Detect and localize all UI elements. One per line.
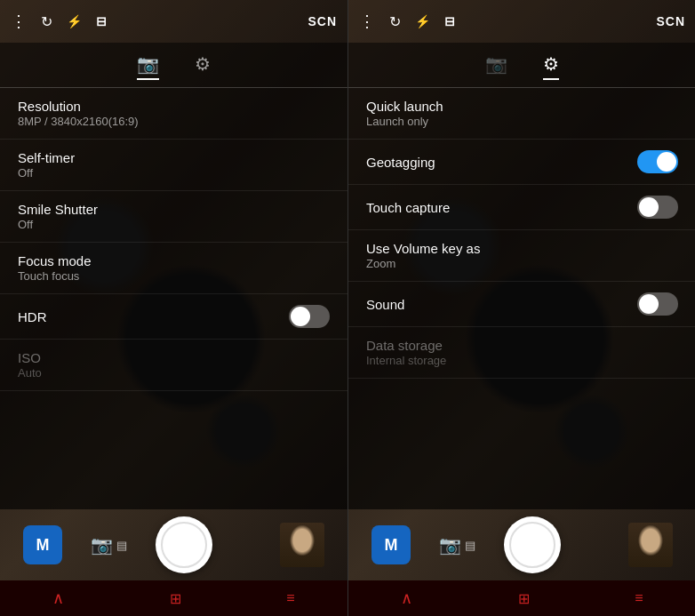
smile-shutter-item[interactable]: Smile Shutter Off <box>0 191 348 243</box>
self-timer-item[interactable]: Self-timer Off <box>0 140 348 191</box>
iso-label: ISO <box>18 350 42 365</box>
iso-item[interactable]: ISO Auto <box>0 340 348 391</box>
settings-overlay-right: 📷 ⚙ Quick launch Launch only Geotagging <box>348 43 695 509</box>
scn-label-left[interactable]: SCN <box>308 14 337 28</box>
back-button-right[interactable]: ∧ <box>401 588 412 608</box>
shutter-button-right[interactable] <box>504 516 561 573</box>
mode-button-right[interactable]: M <box>371 525 411 564</box>
settings-list-left: Resolution 8MP / 3840x2160(16:9) Self-ti… <box>0 88 348 391</box>
shutter-inner-left <box>161 522 207 568</box>
settings-overlay-left: 📷 ⚙ Resolution 8MP / 3840x2160(16:9) Sel… <box>0 43 348 509</box>
shutter-button-left[interactable] <box>156 516 212 573</box>
hdr-item: HDR <box>0 294 348 340</box>
sound-label: Sound <box>366 297 404 312</box>
resolution-label: Resolution <box>18 99 139 114</box>
thumbnail-image-left <box>280 523 324 567</box>
camera-controls-left: M 📷 ▤ <box>0 509 348 580</box>
thumbnail-left[interactable] <box>280 523 324 567</box>
camera-controls-right: M 📷 ▤ <box>348 509 695 580</box>
self-timer-label: Self-timer <box>18 150 75 165</box>
smile-shutter-label: Smile Shutter <box>18 202 98 217</box>
volume-key-label: Use Volume key as <box>366 241 480 256</box>
resolution-item[interactable]: Resolution 8MP / 3840x2160(16:9) <box>0 88 348 140</box>
recents-button-right[interactable]: ≡ <box>635 590 643 606</box>
more-options-icon[interactable]: ⋮ <box>11 12 27 31</box>
smile-shutter-value: Off <box>18 218 98 231</box>
quick-launch-item[interactable]: Quick launch Launch only <box>348 88 695 140</box>
quick-launch-value: Launch only <box>366 115 443 128</box>
data-storage-value: Internal storage <box>366 354 446 367</box>
thumbnail-right[interactable] <box>628 523 673 567</box>
flash-icon[interactable]: ⚡ <box>67 14 82 28</box>
back-button-left[interactable]: ∧ <box>52 588 64 608</box>
resolution-value: 8MP / 3840x2160(16:9) <box>18 115 139 128</box>
camera-switch-left[interactable]: 📷 ▤ <box>91 534 127 556</box>
iso-value: Auto <box>18 366 42 380</box>
shutter-inner-right <box>509 522 555 568</box>
mode-button-left[interactable]: M <box>23 525 62 564</box>
geotagging-toggle-knob <box>657 152 676 172</box>
recents-button-left[interactable]: ≡ <box>286 590 294 606</box>
video-switch-icon: ▤ <box>116 539 127 552</box>
top-bar-icons-left: ⋮ ↻ ⚡ ⊟ <box>11 12 107 31</box>
sound-toggle[interactable] <box>637 292 678 316</box>
touch-capture-label: Touch capture <box>366 200 450 215</box>
data-storage-item[interactable]: Data storage Internal storage <box>348 327 695 379</box>
settings-list-right: Quick launch Launch only Geotagging Touc… <box>348 88 695 379</box>
home-button-left[interactable]: ⊞ <box>170 590 181 607</box>
top-bar-right: ⋮ ↻ ⚡ ⊟ SCN <box>348 0 695 43</box>
bottom-bar-left: M 📷 ▤ ∧ ⊞ ≡ <box>0 509 348 616</box>
camera-switch-icon: 📷 <box>91 534 113 556</box>
hdr-toggle[interactable] <box>289 305 330 328</box>
focus-mode-value: Touch focus <box>18 269 92 283</box>
left-panel: ⋮ ↻ ⚡ ⊟ SCN 📷 ⚙ Resolution 8MP / 3840x21… <box>0 0 348 616</box>
mode-label-right: M <box>385 536 398 555</box>
hdr-toggle-knob <box>291 307 310 326</box>
camera-switch-right[interactable]: 📷 ▤ <box>439 534 475 556</box>
sound-toggle-knob <box>639 294 659 314</box>
geotagging-toggle[interactable] <box>637 150 678 173</box>
sliders-icon-right[interactable]: ⊟ <box>444 14 455 28</box>
settings-tabs-right: 📷 ⚙ <box>348 43 695 88</box>
thumbnail-image-right <box>628 523 673 567</box>
nav-bar-right: ∧ ⊞ ≡ <box>348 580 695 616</box>
quick-launch-label: Quick launch <box>366 99 443 114</box>
gear-tab-right[interactable]: ⚙ <box>543 53 559 80</box>
touch-capture-item: Touch capture <box>348 185 695 230</box>
top-bar-left: ⋮ ↻ ⚡ ⊟ SCN <box>0 0 348 43</box>
focus-mode-item[interactable]: Focus mode Touch focus <box>0 243 348 294</box>
gear-tab-left[interactable]: ⚙ <box>195 53 211 80</box>
home-button-right[interactable]: ⊞ <box>518 590 530 607</box>
settings-tabs-left: 📷 ⚙ <box>0 43 348 88</box>
right-panel: ⋮ ↻ ⚡ ⊟ SCN 📷 ⚙ Quick launch Launch only… <box>348 0 695 616</box>
bottom-bar-right: M 📷 ▤ ∧ ⊞ ≡ <box>348 509 695 616</box>
rotate-camera-icon-right[interactable]: ↻ <box>389 13 401 30</box>
geotagging-item: Geotagging <box>348 140 695 185</box>
self-timer-value: Off <box>18 166 75 180</box>
camera-switch-icon-right: 📷 <box>439 534 461 556</box>
top-bar-icons-right: ⋮ ↻ ⚡ ⊟ <box>359 12 455 31</box>
nav-bar-left: ∧ ⊞ ≡ <box>0 580 348 616</box>
more-options-icon-right[interactable]: ⋮ <box>359 12 375 31</box>
rotate-camera-icon[interactable]: ↻ <box>41 13 52 30</box>
video-switch-icon-right: ▤ <box>465 539 475 552</box>
mode-label-left: M <box>36 536 50 555</box>
touch-capture-toggle-knob <box>639 197 659 217</box>
touch-capture-toggle[interactable] <box>637 196 678 219</box>
scn-label-right[interactable]: SCN <box>656 14 685 28</box>
camera-tab-left[interactable]: 📷 <box>137 53 159 80</box>
volume-key-item[interactable]: Use Volume key as Zoom <box>348 230 695 282</box>
sound-item: Sound <box>348 282 695 327</box>
camera-tab-right[interactable]: 📷 <box>485 53 507 80</box>
focus-mode-label: Focus mode <box>18 253 92 268</box>
volume-key-value: Zoom <box>366 257 480 270</box>
hdr-label: HDR <box>18 309 47 324</box>
sliders-icon[interactable]: ⊟ <box>96 14 107 28</box>
data-storage-label: Data storage <box>366 338 446 353</box>
geotagging-label: Geotagging <box>366 155 435 170</box>
flash-icon-right[interactable]: ⚡ <box>415 14 430 28</box>
